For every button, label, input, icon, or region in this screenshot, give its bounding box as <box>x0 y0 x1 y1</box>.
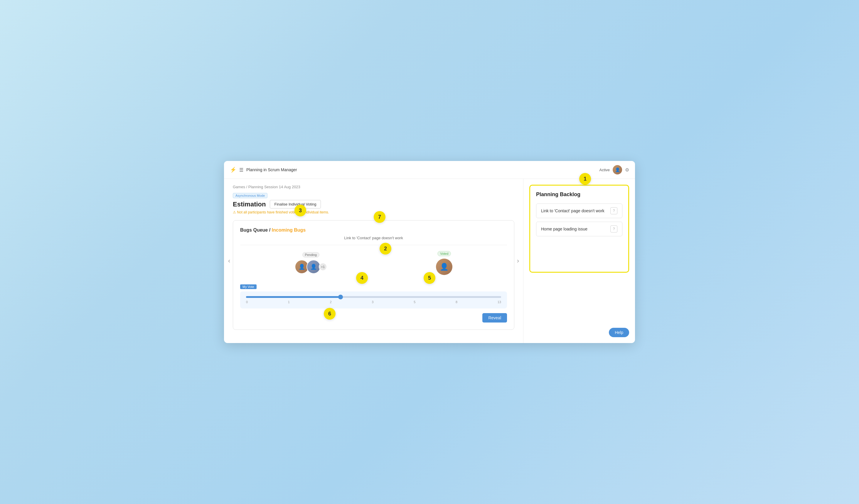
slider-section: My Vote 0 1 2 3 5 8 13 <box>240 284 507 309</box>
slider-label-8: 8 <box>456 300 457 304</box>
backlog-item-1-text: Link to 'Contact' page doesn't work <box>541 208 611 213</box>
voting-section: Pending 👤 👤 +1 Voted 👤 <box>240 251 507 275</box>
active-label: Active <box>600 168 610 172</box>
nav-right: Active 👤 ⚙ <box>600 165 629 174</box>
menu-icon: ☰ <box>239 167 243 173</box>
slider-fill <box>246 296 341 298</box>
avatar-2: 👤 <box>306 260 320 274</box>
slider-container: 0 1 2 3 5 8 13 <box>240 292 507 309</box>
slider-label-13: 13 <box>498 300 501 304</box>
slider-label-0: 0 <box>246 300 248 304</box>
avatar[interactable]: 👤 <box>613 165 622 174</box>
circle-6: 6 <box>324 308 335 319</box>
circle-5: 5 <box>424 272 435 284</box>
pending-voter-group: Pending 👤 👤 +1 <box>295 252 327 274</box>
card-divider <box>240 245 507 245</box>
voted-avatar: 👤 <box>436 258 452 275</box>
slider-label-1: 1 <box>288 300 290 304</box>
mode-badge: Asynchronous Mode <box>233 193 268 198</box>
backlog-item-1[interactable]: Link to 'Contact' page doesn't work ? <box>536 204 622 218</box>
slider-label-5: 5 <box>413 300 416 304</box>
estimation-title: Estimation <box>233 201 266 208</box>
circle-7: 7 <box>374 211 386 223</box>
circle-3: 3 <box>295 205 306 216</box>
settings-icon[interactable]: ⚙ <box>625 167 629 173</box>
circle-1: 1 <box>579 173 591 185</box>
backlog-item-2-icon: ? <box>611 225 617 233</box>
slider-label-3: 3 <box>372 300 374 304</box>
voted-voter-group: Voted 👤 <box>436 251 452 275</box>
reveal-button[interactable]: Reveal <box>482 313 507 322</box>
top-nav: ⚡ ☰ Planning in Scrum Manager Active 👤 ⚙ <box>224 161 635 179</box>
nav-title: Planning in Scrum Manager <box>246 168 297 172</box>
help-button[interactable]: Help <box>609 328 629 337</box>
mode-section: Asynchronous Mode Estimation Finalise In… <box>233 193 514 214</box>
nav-left: ⚡ ☰ Planning in Scrum Manager <box>230 167 297 173</box>
queue-name: Bugs Queue / <box>240 227 270 233</box>
nav-arrow-left[interactable]: ‹ <box>226 255 232 267</box>
slider-thumb[interactable] <box>338 295 343 299</box>
card-subtitle: Link to 'Contact' page doesn't work <box>240 236 507 240</box>
backlog-title: Planning Backlog <box>536 191 622 198</box>
voted-badge: Voted <box>437 251 451 256</box>
pending-badge: Pending <box>302 252 319 257</box>
breadcrumb: Games / Planning Session 14 Aug 2023 <box>233 185 514 189</box>
backlog-panel: Planning Backlog Link to 'Contact' page … <box>529 185 629 273</box>
pending-avatars: 👤 👤 +1 <box>295 260 327 274</box>
backlog-item-2-text: Home page loading issue <box>541 227 611 231</box>
slider-track[interactable] <box>246 296 501 298</box>
card-header: Bugs Queue / Incoming Bugs <box>240 227 507 233</box>
app-window: ⚡ ☰ Planning in Scrum Manager Active 👤 ⚙… <box>224 161 635 343</box>
circle-4: 4 <box>356 272 368 284</box>
estimation-header: Estimation Finalise Individual Voting <box>233 200 514 208</box>
circle-2: 2 <box>380 243 391 254</box>
warning-text: ⚠ Not all participants have finished vot… <box>233 210 514 214</box>
slider-labels: 0 1 2 3 5 8 13 <box>246 300 501 304</box>
backlog-item-1-icon: ? <box>611 207 617 214</box>
backlog-item-2[interactable]: Home page loading issue ? <box>536 222 622 236</box>
estimation-card: Bugs Queue / Incoming Bugs Link to 'Cont… <box>233 220 514 330</box>
nav-arrow-right[interactable]: › <box>515 255 522 267</box>
incoming-text: Incoming Bugs <box>272 227 306 233</box>
main-content: Games / Planning Session 14 Aug 2023 Asy… <box>224 179 635 343</box>
slider-label-2: 2 <box>330 300 332 304</box>
clearfix: Reveal <box>240 309 507 322</box>
right-panel: 1 Planning Backlog Link to 'Contact' pag… <box>524 179 635 343</box>
my-vote-label: My Vote <box>240 284 257 289</box>
avatar-plus: +1 <box>319 263 327 271</box>
logo-icon: ⚡ <box>230 167 236 173</box>
left-panel: Games / Planning Session 14 Aug 2023 Asy… <box>224 179 524 343</box>
